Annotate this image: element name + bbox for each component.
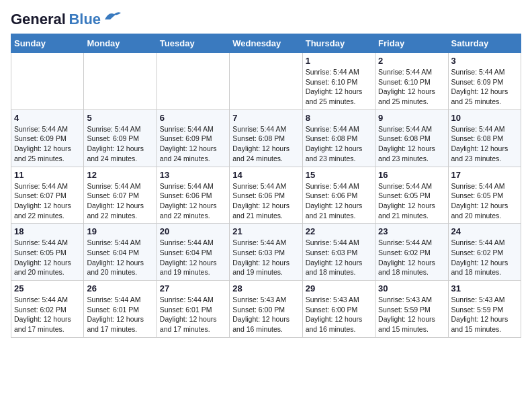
day-number: 4 bbox=[14, 113, 81, 123]
day-number: 9 bbox=[378, 113, 445, 123]
calendar-cell: 14Sunrise: 5:44 AM Sunset: 6:06 PM Dayli… bbox=[230, 167, 302, 224]
day-number: 15 bbox=[306, 170, 372, 180]
calendar-cell bbox=[84, 53, 157, 110]
day-number: 12 bbox=[87, 170, 153, 180]
calendar-cell: 21Sunrise: 5:44 AM Sunset: 6:03 PM Dayli… bbox=[230, 224, 302, 281]
page-header: General Blue bbox=[11, 11, 521, 28]
day-number: 30 bbox=[378, 283, 445, 293]
day-info: Sunrise: 5:43 AM Sunset: 6:00 PM Dayligh… bbox=[232, 295, 299, 334]
day-number: 22 bbox=[306, 226, 372, 236]
day-number: 16 bbox=[378, 170, 445, 180]
day-info: Sunrise: 5:44 AM Sunset: 6:09 PM Dayligh… bbox=[14, 124, 81, 164]
day-number: 19 bbox=[87, 226, 153, 236]
calendar-cell: 16Sunrise: 5:44 AM Sunset: 6:05 PM Dayli… bbox=[375, 167, 448, 224]
calendar-cell: 10Sunrise: 5:44 AM Sunset: 6:08 PM Dayli… bbox=[448, 109, 521, 167]
calendar-cell: 27Sunrise: 5:44 AM Sunset: 6:01 PM Dayli… bbox=[157, 281, 229, 338]
calendar-cell: 13Sunrise: 5:44 AM Sunset: 6:06 PM Dayli… bbox=[157, 167, 229, 224]
day-number: 3 bbox=[451, 56, 518, 66]
calendar-week-3: 11Sunrise: 5:44 AM Sunset: 6:07 PM Dayli… bbox=[11, 167, 521, 224]
logo-bird-icon bbox=[103, 10, 122, 24]
day-number: 5 bbox=[87, 113, 153, 123]
calendar-header-sunday: Sunday bbox=[11, 34, 84, 53]
day-number: 6 bbox=[160, 113, 226, 123]
calendar-cell: 18Sunrise: 5:44 AM Sunset: 6:05 PM Dayli… bbox=[11, 224, 84, 281]
day-number: 2 bbox=[378, 56, 445, 66]
day-info: Sunrise: 5:44 AM Sunset: 6:02 PM Dayligh… bbox=[451, 238, 518, 277]
day-info: Sunrise: 5:44 AM Sunset: 6:08 PM Dayligh… bbox=[378, 124, 445, 164]
day-info: Sunrise: 5:43 AM Sunset: 5:59 PM Dayligh… bbox=[378, 295, 445, 334]
calendar-cell: 24Sunrise: 5:44 AM Sunset: 6:02 PM Dayli… bbox=[448, 224, 521, 281]
calendar-cell: 25Sunrise: 5:44 AM Sunset: 6:02 PM Dayli… bbox=[11, 281, 84, 338]
day-number: 1 bbox=[306, 56, 372, 66]
day-info: Sunrise: 5:44 AM Sunset: 6:08 PM Dayligh… bbox=[306, 124, 372, 164]
day-info: Sunrise: 5:44 AM Sunset: 6:06 PM Dayligh… bbox=[160, 181, 226, 221]
day-number: 18 bbox=[14, 226, 81, 236]
day-info: Sunrise: 5:44 AM Sunset: 6:02 PM Dayligh… bbox=[378, 238, 445, 277]
day-info: Sunrise: 5:44 AM Sunset: 6:10 PM Dayligh… bbox=[378, 67, 445, 107]
calendar-cell: 1Sunrise: 5:44 AM Sunset: 6:10 PM Daylig… bbox=[302, 53, 375, 110]
day-number: 21 bbox=[232, 226, 299, 236]
day-info: Sunrise: 5:43 AM Sunset: 6:00 PM Dayligh… bbox=[306, 295, 372, 334]
day-info: Sunrise: 5:43 AM Sunset: 5:59 PM Dayligh… bbox=[451, 295, 518, 334]
day-info: Sunrise: 5:44 AM Sunset: 6:05 PM Dayligh… bbox=[378, 181, 445, 221]
calendar-cell bbox=[157, 53, 229, 110]
calendar-header-tuesday: Tuesday bbox=[157, 34, 229, 53]
logo: General Blue bbox=[11, 11, 122, 28]
calendar-header-thursday: Thursday bbox=[302, 34, 375, 53]
day-number: 13 bbox=[160, 170, 226, 180]
day-number: 25 bbox=[14, 283, 81, 293]
day-number: 27 bbox=[160, 283, 226, 293]
calendar-cell: 23Sunrise: 5:44 AM Sunset: 6:02 PM Dayli… bbox=[375, 224, 448, 281]
day-number: 26 bbox=[87, 283, 153, 293]
calendar-week-4: 18Sunrise: 5:44 AM Sunset: 6:05 PM Dayli… bbox=[11, 224, 521, 281]
day-number: 29 bbox=[306, 283, 372, 293]
day-number: 24 bbox=[451, 226, 518, 236]
day-number: 20 bbox=[160, 226, 226, 236]
calendar-cell: 11Sunrise: 5:44 AM Sunset: 6:07 PM Dayli… bbox=[11, 167, 84, 224]
calendar-cell bbox=[11, 53, 84, 110]
logo-blue: Blue bbox=[69, 11, 101, 28]
day-info: Sunrise: 5:44 AM Sunset: 6:04 PM Dayligh… bbox=[160, 238, 226, 277]
day-number: 8 bbox=[306, 113, 372, 123]
day-info: Sunrise: 5:44 AM Sunset: 6:01 PM Dayligh… bbox=[160, 295, 226, 334]
day-info: Sunrise: 5:44 AM Sunset: 6:06 PM Dayligh… bbox=[306, 181, 372, 221]
calendar-cell: 12Sunrise: 5:44 AM Sunset: 6:07 PM Dayli… bbox=[84, 167, 157, 224]
calendar-cell: 30Sunrise: 5:43 AM Sunset: 5:59 PM Dayli… bbox=[375, 281, 448, 338]
calendar-header-row: SundayMondayTuesdayWednesdayThursdayFrid… bbox=[11, 34, 521, 53]
calendar-cell: 6Sunrise: 5:44 AM Sunset: 6:09 PM Daylig… bbox=[157, 109, 229, 167]
calendar-week-2: 4Sunrise: 5:44 AM Sunset: 6:09 PM Daylig… bbox=[11, 109, 521, 167]
calendar-week-5: 25Sunrise: 5:44 AM Sunset: 6:02 PM Dayli… bbox=[11, 281, 521, 338]
day-info: Sunrise: 5:44 AM Sunset: 6:03 PM Dayligh… bbox=[306, 238, 372, 277]
day-info: Sunrise: 5:44 AM Sunset: 6:10 PM Dayligh… bbox=[306, 67, 372, 107]
calendar-cell: 22Sunrise: 5:44 AM Sunset: 6:03 PM Dayli… bbox=[302, 224, 375, 281]
day-number: 23 bbox=[378, 226, 445, 236]
calendar-cell: 4Sunrise: 5:44 AM Sunset: 6:09 PM Daylig… bbox=[11, 109, 84, 167]
calendar-cell: 2Sunrise: 5:44 AM Sunset: 6:10 PM Daylig… bbox=[375, 53, 448, 110]
day-info: Sunrise: 5:44 AM Sunset: 6:09 PM Dayligh… bbox=[87, 124, 153, 164]
calendar-cell: 29Sunrise: 5:43 AM Sunset: 6:00 PM Dayli… bbox=[302, 281, 375, 338]
calendar-cell: 15Sunrise: 5:44 AM Sunset: 6:06 PM Dayli… bbox=[302, 167, 375, 224]
calendar-cell: 8Sunrise: 5:44 AM Sunset: 6:08 PM Daylig… bbox=[302, 109, 375, 167]
calendar-cell bbox=[230, 53, 302, 110]
calendar-header-friday: Friday bbox=[375, 34, 448, 53]
day-info: Sunrise: 5:44 AM Sunset: 6:07 PM Dayligh… bbox=[14, 181, 81, 221]
day-info: Sunrise: 5:44 AM Sunset: 6:07 PM Dayligh… bbox=[87, 181, 153, 221]
calendar-header-monday: Monday bbox=[84, 34, 157, 53]
day-info: Sunrise: 5:44 AM Sunset: 6:01 PM Dayligh… bbox=[87, 295, 153, 334]
day-info: Sunrise: 5:44 AM Sunset: 6:09 PM Dayligh… bbox=[451, 67, 518, 107]
calendar-table: SundayMondayTuesdayWednesdayThursdayFrid… bbox=[11, 34, 521, 338]
day-number: 17 bbox=[451, 170, 518, 180]
day-number: 14 bbox=[232, 170, 299, 180]
calendar-cell: 28Sunrise: 5:43 AM Sunset: 6:00 PM Dayli… bbox=[230, 281, 302, 338]
calendar-cell: 26Sunrise: 5:44 AM Sunset: 6:01 PM Dayli… bbox=[84, 281, 157, 338]
day-info: Sunrise: 5:44 AM Sunset: 6:09 PM Dayligh… bbox=[160, 124, 226, 164]
calendar-week-1: 1Sunrise: 5:44 AM Sunset: 6:10 PM Daylig… bbox=[11, 53, 521, 110]
day-number: 7 bbox=[232, 113, 299, 123]
day-number: 31 bbox=[451, 283, 518, 293]
logo-general: General bbox=[11, 11, 66, 28]
calendar-cell: 7Sunrise: 5:44 AM Sunset: 6:08 PM Daylig… bbox=[230, 109, 302, 167]
calendar-cell: 5Sunrise: 5:44 AM Sunset: 6:09 PM Daylig… bbox=[84, 109, 157, 167]
calendar-cell: 20Sunrise: 5:44 AM Sunset: 6:04 PM Dayli… bbox=[157, 224, 229, 281]
day-info: Sunrise: 5:44 AM Sunset: 6:05 PM Dayligh… bbox=[451, 181, 518, 221]
day-info: Sunrise: 5:44 AM Sunset: 6:02 PM Dayligh… bbox=[14, 295, 81, 334]
